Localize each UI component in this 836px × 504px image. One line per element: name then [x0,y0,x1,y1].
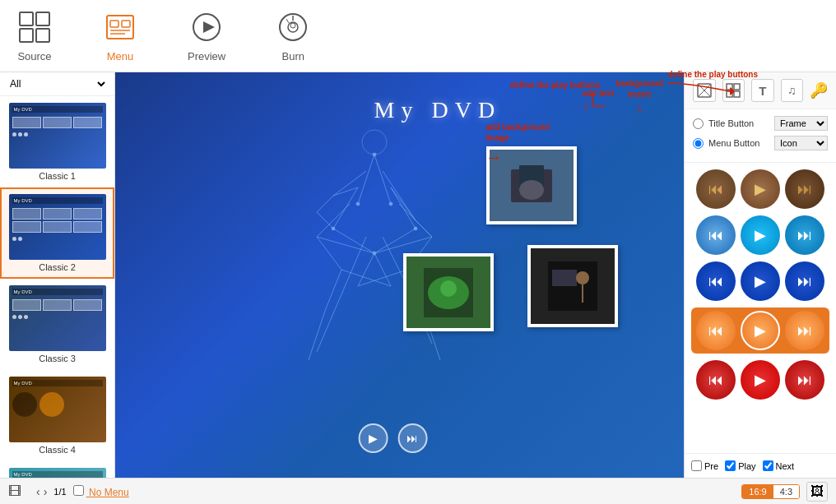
svg-point-63 [576,271,589,284]
svg-line-21 [341,237,366,294]
title-button-row: Title Button Frame Icon Text [693,116,828,131]
skip-button[interactable]: ⏭ [397,423,427,453]
no-menu-label: No Menu [89,487,129,498]
button-row-4-selected: ⏮ ▶ ⏭ [691,307,829,354]
no-menu-checkbox[interactable] [73,485,84,496]
play-controls: ▶ ⏭ [358,423,427,453]
brown-next-btn[interactable]: ⏭ [785,169,824,209]
right-panel: T ♫ 🔑 Title Button Frame Icon Text Menu … [684,72,836,478]
toolbar-menu[interactable]: Menu [102,9,138,62]
orange-play-btn[interactable]: ▶ [741,311,780,350]
layout-tool[interactable] [722,79,745,102]
menu-icon [102,9,138,45]
svg-line-39 [309,311,325,360]
classic2-thumb: My DVD [9,194,106,260]
key-icon[interactable]: 🔑 [810,81,828,99]
ratio-16-9[interactable]: 16:9 [742,485,773,498]
classic1-label: Classic 1 [39,171,76,181]
svg-point-49 [373,153,376,156]
thumbnail-3 [527,245,618,327]
bg-image-tool[interactable] [693,79,716,102]
next-checkbox-item: Next [763,460,795,471]
classic3-thumb: My DVD [9,285,106,351]
dblue-prev-btn[interactable]: ⏮ [696,261,736,301]
title-button-radio[interactable] [693,118,704,129]
title-button-label: Title Button [708,118,769,128]
svg-point-53 [414,227,417,230]
radio-group: Title Button Frame Icon Text Menu Button… [685,109,836,163]
svg-point-54 [373,252,376,255]
sidebar-item-classic5[interactable]: My DVD Classic 5 [0,461,114,478]
pre-label: Pre [704,461,718,471]
play-button[interactable]: ▶ [358,423,388,453]
svg-point-57 [519,180,544,200]
classic2-label: Classic 2 [39,262,76,272]
svg-line-19 [333,171,366,196]
brown-prev-btn[interactable]: ⏮ [696,169,736,209]
toolbar-source[interactable]: Source [16,9,53,62]
toolbar-burn[interactable]: Burn [275,9,311,62]
svg-line-45 [333,187,358,196]
svg-rect-3 [36,29,49,42]
red-prev-btn[interactable]: ⏮ [696,360,736,400]
menu-button-label: Menu Button [708,138,769,148]
title-button-style-select[interactable]: Frame Icon Text [774,116,828,131]
prev-page-btn[interactable]: ‹ [36,485,40,498]
svg-point-60 [440,280,457,297]
play-label: Play [738,461,755,471]
sidebar-item-classic2[interactable]: My DVD [0,187,114,279]
red-play-btn[interactable]: ▶ [741,360,780,400]
svg-point-51 [389,202,392,206]
svg-line-33 [317,204,350,237]
film-icon: 🎞 [8,484,21,499]
red-next-btn[interactable]: ⏭ [785,360,824,400]
text-tool[interactable]: T [751,79,774,102]
next-checkbox[interactable] [763,460,773,471]
svg-line-41 [317,237,374,253]
music-tool[interactable]: ♫ [781,79,804,102]
classic4-label: Classic 4 [39,445,76,455]
svg-line-16 [358,155,374,204]
orange-next-btn[interactable]: ⏭ [785,311,824,350]
sidebar-item-classic4[interactable]: My DVD Classic 4 [0,370,114,461]
play-checkbox-item: Play [725,460,755,471]
dblue-next-btn[interactable]: ⏭ [785,261,824,301]
brown-play-btn[interactable]: ▶ [741,169,780,209]
annotation-define-play: define the play buttons [510,81,609,114]
preview-canvas: My DVD [115,72,684,478]
annotation-add-bg: add backgroundimage → [485,122,550,168]
dblue-play-btn[interactable]: ▶ [741,261,780,301]
pre-checkbox-item: Pre [691,460,718,471]
toolbar-preview[interactable]: Preview [188,9,225,62]
preview-area: My DVD [115,72,684,478]
preview-icon [188,9,225,45]
blue-next-btn[interactable]: ⏭ [785,215,824,255]
menu-button-style-select[interactable]: Icon Frame Text [774,136,828,150]
menu-button-radio[interactable] [693,138,704,149]
source-label: Source [17,50,51,62]
svg-rect-62 [552,270,577,286]
blue-play-btn[interactable]: ▶ [741,215,780,255]
orange-prev-btn[interactable]: ⏮ [696,311,736,350]
classic5-thumb: My DVD [9,468,106,478]
burn-icon [275,9,311,45]
bottom-bar: 🎞 ‹ › 1/1 No Menu 16:9 4:3 🖼 [0,478,836,504]
no-menu-button[interactable]: No Menu [73,485,129,498]
pre-checkbox[interactable] [691,460,702,471]
svg-rect-5 [110,21,118,27]
svg-rect-69 [734,84,740,90]
next-page-btn[interactable]: › [44,485,48,498]
ratio-4-3[interactable]: 4:3 [773,485,799,498]
svg-line-46 [391,187,416,220]
sidebar-filter-select[interactable]: All [7,77,108,90]
blue-prev-btn[interactable]: ⏮ [696,215,736,255]
screenshot-icon[interactable]: 🖼 [806,482,828,502]
sidebar-item-classic1[interactable]: My DVD Classic 1 [0,96,114,187]
right-checkboxes: Pre Play Next [685,453,836,478]
sidebar-item-classic3[interactable]: My DVD Classic 3 [0,279,114,370]
svg-marker-10 [203,21,215,33]
play-checkbox[interactable] [725,460,736,471]
svg-line-20 [383,171,416,220]
classic1-thumb: My DVD [9,103,106,169]
button-icon-grid: ⏮ ▶ ⏭ ⏮ ▶ ⏭ ⏮ ▶ ⏭ ⏮ ▶ ⏭ [685,163,836,453]
